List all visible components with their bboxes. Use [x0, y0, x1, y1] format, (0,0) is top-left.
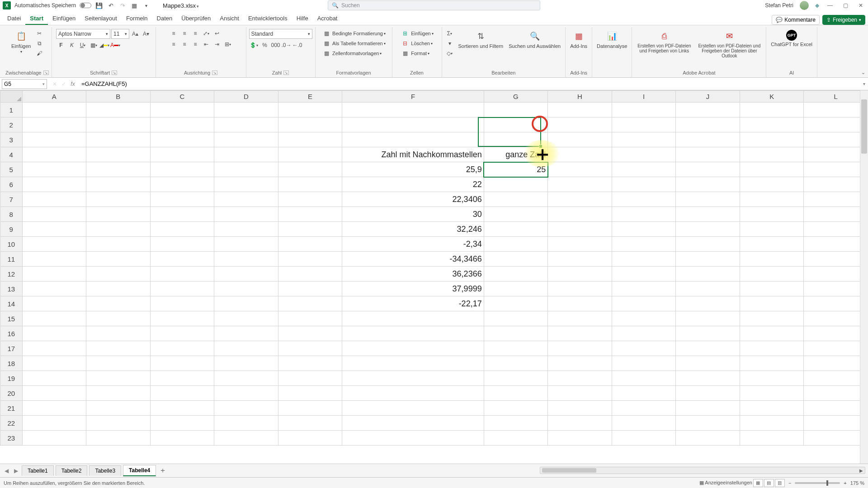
- cell-B13[interactable]: [86, 282, 151, 296]
- row-header-13[interactable]: 13: [0, 282, 23, 296]
- cell-L18[interactable]: [804, 356, 868, 371]
- row-header-8[interactable]: 8: [0, 207, 23, 222]
- increase-indent-button[interactable]: ⇥: [212, 40, 222, 49]
- cell-L12[interactable]: [804, 267, 868, 282]
- cell-J9[interactable]: [676, 222, 740, 237]
- cell-I2[interactable]: [612, 117, 676, 132]
- number-format-combo[interactable]: Standard▾: [249, 29, 312, 39]
- zoom-slider[interactable]: [795, 482, 840, 484]
- cell-H2[interactable]: [548, 117, 612, 132]
- cell-K22[interactable]: [740, 416, 804, 431]
- cell-B7[interactable]: [86, 192, 151, 207]
- cell-C17[interactable]: [150, 341, 214, 356]
- decrease-indent-button[interactable]: ⇤: [201, 40, 211, 49]
- share-button[interactable]: ⇪Freigeben▾: [822, 15, 865, 25]
- cell-J3[interactable]: [676, 132, 740, 147]
- sheet-tab-4[interactable]: Tabelle4: [123, 465, 156, 476]
- cell-I3[interactable]: [612, 132, 676, 147]
- cell-F15[interactable]: [342, 311, 484, 326]
- cell-G12[interactable]: [484, 267, 548, 282]
- cell-J20[interactable]: [676, 386, 740, 401]
- maximize-button[interactable]: ▢: [841, 1, 850, 10]
- autosave-toggle[interactable]: [80, 3, 91, 8]
- conditional-formatting-button[interactable]: ▦Bedingte Formatierung▾: [321, 29, 386, 38]
- cell-G10[interactable]: [484, 237, 548, 252]
- col-header-G[interactable]: G: [484, 91, 548, 103]
- cell-H6[interactable]: [548, 177, 612, 192]
- format-painter-button[interactable]: 🖌: [34, 49, 44, 58]
- row-header-20[interactable]: 20: [0, 386, 23, 401]
- cell-C15[interactable]: [150, 311, 214, 326]
- wrap-text-button[interactable]: ↩: [212, 29, 222, 38]
- row-header-21[interactable]: 21: [0, 401, 23, 416]
- cell-G18[interactable]: [484, 356, 548, 371]
- cell-K7[interactable]: [740, 192, 804, 207]
- cell-F17[interactable]: [342, 341, 484, 356]
- row-header-4[interactable]: 4: [0, 147, 23, 162]
- merge-button[interactable]: ⊞▾: [223, 40, 233, 49]
- cell-B9[interactable]: [86, 222, 151, 237]
- cell-D14[interactable]: [214, 296, 278, 311]
- formula-bar-expand[interactable]: ▾: [860, 81, 868, 86]
- cell-H4[interactable]: [548, 147, 612, 162]
- cell-C1[interactable]: [150, 103, 214, 117]
- cell-G8[interactable]: [484, 207, 548, 222]
- cell-I17[interactable]: [612, 341, 676, 356]
- cell-K19[interactable]: [740, 371, 804, 386]
- cell-B14[interactable]: [86, 296, 151, 311]
- cell-I6[interactable]: [612, 177, 676, 192]
- cell-L8[interactable]: [804, 207, 868, 222]
- cell-I19[interactable]: [612, 371, 676, 386]
- cell-I22[interactable]: [612, 416, 676, 431]
- cell-K20[interactable]: [740, 386, 804, 401]
- camera-icon[interactable]: ▦: [130, 1, 138, 9]
- italic-button[interactable]: K: [67, 41, 77, 50]
- cell-G23[interactable]: [484, 431, 548, 446]
- cell-D11[interactable]: [214, 252, 278, 267]
- cell-A21[interactable]: [22, 401, 86, 416]
- cell-G9[interactable]: [484, 222, 548, 237]
- cell-K15[interactable]: [740, 311, 804, 326]
- cell-B23[interactable]: [86, 431, 151, 446]
- cell-E19[interactable]: [278, 371, 342, 386]
- cell-F20[interactable]: [342, 386, 484, 401]
- sheet-nav-next[interactable]: ▶: [12, 468, 20, 474]
- cell-G17[interactable]: [484, 341, 548, 356]
- cell-E22[interactable]: [278, 416, 342, 431]
- cell-A20[interactable]: [22, 386, 86, 401]
- enter-formula-icon[interactable]: ✓: [60, 81, 68, 87]
- cell-C12[interactable]: [150, 267, 214, 282]
- cell-J11[interactable]: [676, 252, 740, 267]
- tab-acrobat[interactable]: Acrobat: [313, 12, 342, 25]
- cell-A14[interactable]: [22, 296, 86, 311]
- align-left-button[interactable]: ≡: [169, 40, 179, 49]
- chatgpt-button[interactable]: GPTChatGPT for Excel: [769, 29, 814, 48]
- tab-home[interactable]: Start: [25, 12, 48, 25]
- row-header-17[interactable]: 17: [0, 341, 23, 356]
- row-header-22[interactable]: 22: [0, 416, 23, 431]
- cell-I21[interactable]: [612, 401, 676, 416]
- cell-L3[interactable]: [804, 132, 868, 147]
- cell-I10[interactable]: [612, 237, 676, 252]
- cell-A19[interactable]: [22, 371, 86, 386]
- tab-review[interactable]: Überprüfen: [177, 12, 215, 25]
- zoom-in-button[interactable]: +: [844, 480, 846, 486]
- font-size-combo[interactable]: 11▾: [111, 29, 129, 39]
- cell-K6[interactable]: [740, 177, 804, 192]
- cell-D10[interactable]: [214, 237, 278, 252]
- cell-F18[interactable]: [342, 356, 484, 371]
- save-icon[interactable]: 💾: [95, 1, 103, 9]
- cell-I9[interactable]: [612, 222, 676, 237]
- cell-C8[interactable]: [150, 207, 214, 222]
- orientation-button[interactable]: ⤢▾: [201, 29, 211, 38]
- cell-G19[interactable]: [484, 371, 548, 386]
- cell-H17[interactable]: [548, 341, 612, 356]
- cell-L4[interactable]: [804, 147, 868, 162]
- col-header-J[interactable]: J: [676, 91, 740, 103]
- redo-icon[interactable]: ↷: [118, 1, 127, 9]
- row-header-18[interactable]: 18: [0, 356, 23, 371]
- cell-C7[interactable]: [150, 192, 214, 207]
- view-normal-button[interactable]: ▦: [753, 479, 763, 487]
- cell-C9[interactable]: [150, 222, 214, 237]
- zoom-out-button[interactable]: −: [788, 480, 791, 486]
